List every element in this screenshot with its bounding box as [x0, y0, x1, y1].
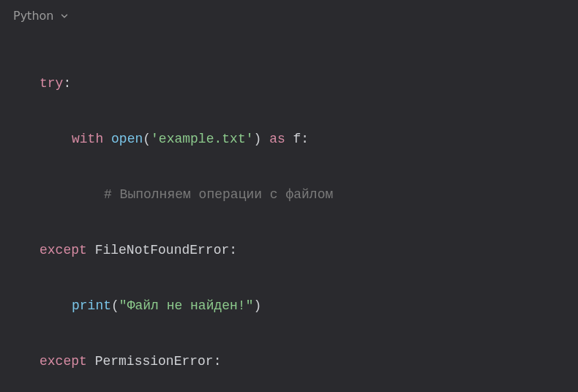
colon: :	[63, 76, 71, 91]
chevron-down-icon	[59, 11, 70, 21]
keyword-with: with	[72, 132, 103, 146]
colon: :	[301, 132, 309, 146]
code-line: try:	[40, 69, 565, 97]
comment: # Выполняем операции с файлом	[104, 187, 333, 202]
string-literal: "Файл не найден!"	[119, 298, 254, 313]
string-literal: 'example.txt'	[151, 132, 253, 146]
code-line: # Выполняем операции с файлом	[40, 181, 565, 208]
paren-close: )	[253, 298, 261, 313]
paren-open: (	[111, 298, 119, 313]
language-label: Python	[13, 9, 53, 23]
keyword-except: except	[40, 354, 87, 369]
colon: :	[214, 354, 222, 369]
keyword-as: as	[269, 132, 285, 146]
exception-class: PermissionError	[95, 354, 214, 369]
code-editor-panel: Python try: with open('example.txt') as …	[0, 0, 578, 392]
exception-class: FileNotFoundError	[95, 243, 230, 257]
code-line: except PermissionError:	[40, 347, 565, 375]
paren-close: )	[254, 132, 262, 146]
keyword-try: try	[40, 76, 63, 91]
code-line: except FileNotFoundError:	[40, 236, 565, 264]
code-block[interactable]: try: with open('example.txt') as f: # Вы…	[0, 29, 578, 392]
language-selector[interactable]: Python	[0, 0, 578, 29]
function-print: print	[72, 298, 111, 313]
paren-open: (	[143, 132, 151, 146]
keyword-except: except	[40, 243, 87, 257]
colon: :	[229, 243, 237, 257]
code-line: print("Файл не найден!")	[40, 292, 565, 320]
variable-f: f	[293, 132, 301, 146]
code-line: with open('example.txt') as f:	[40, 125, 565, 153]
function-open: open	[111, 132, 143, 146]
